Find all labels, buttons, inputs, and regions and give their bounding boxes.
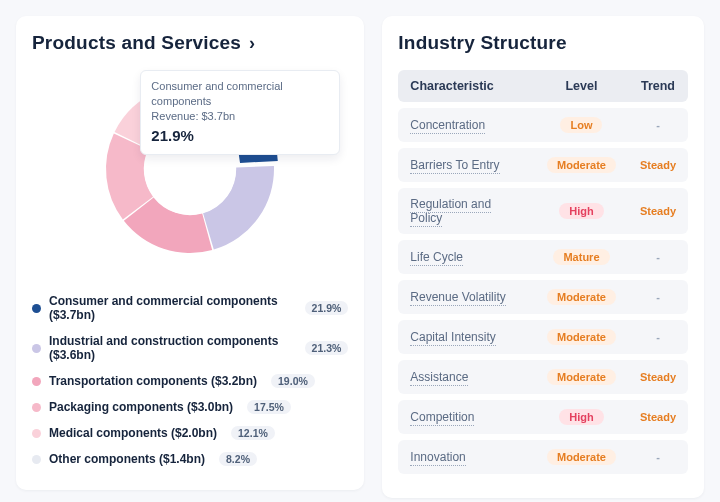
legend-swatch [32,377,41,386]
level-badge: Moderate [547,289,616,305]
industry-structure-card: Industry Structure Characteristic Level … [382,16,704,498]
table-row: ConcentrationLow- [398,108,688,142]
trend-value: - [656,119,660,131]
characteristic-link[interactable]: Assistance [410,370,468,386]
legend-swatch [32,304,41,313]
tooltip-line1: Consumer and commercial components [151,79,329,109]
donut-chart-area: Consumer and commercial components Reven… [32,64,348,274]
characteristic-link[interactable]: Life Cycle [410,250,463,266]
table-row: Regulation and PolicyHighSteady [398,188,688,234]
col-level: Level [535,70,628,102]
legend-label: Medical components ($2.0bn) [49,426,217,440]
industry-structure-title: Industry Structure [398,32,688,54]
trend-value: - [656,251,660,263]
legend-percent-pill: 17.5% [247,400,291,414]
table-row: Barriers To EntryModerateSteady [398,148,688,182]
level-badge: Moderate [547,157,616,173]
tooltip-percent: 21.9% [151,126,329,146]
characteristic-link[interactable]: Concentration [410,118,485,134]
legend-label: Transportation components ($3.2bn) [49,374,257,388]
legend-label: Other components ($1.4bn) [49,452,205,466]
legend-item[interactable]: Consumer and commercial components ($3.7… [32,288,348,328]
dashboard-grid: Products and Services › Consumer and com… [16,16,704,498]
characteristic-link[interactable]: Regulation and Policy [410,197,491,227]
legend-percent-pill: 21.9% [305,301,349,315]
col-characteristic: Characteristic [398,70,535,102]
table-row: AssistanceModerateSteady [398,360,688,394]
level-badge: Moderate [547,449,616,465]
legend-label: Packaging components ($3.0bn) [49,400,233,414]
legend-swatch [32,429,41,438]
products-services-heading[interactable]: Products and Services › [32,32,348,54]
tooltip-line2: Revenue: $3.7bn [151,109,329,124]
legend-label: Consumer and commercial components ($3.7… [49,294,291,322]
legend-swatch [32,403,41,412]
table-row: Capital IntensityModerate- [398,320,688,354]
legend-item[interactable]: Industrial and construction components (… [32,328,348,368]
trend-value: Steady [640,205,676,217]
trend-value: Steady [640,411,676,423]
table-header-row: Characteristic Level Trend [398,70,688,102]
legend-item[interactable]: Transportation components ($3.2bn)19.0% [32,368,348,394]
legend-percent-pill: 21.3% [305,341,349,355]
legend-percent-pill: 19.0% [271,374,315,388]
level-badge: Moderate [547,369,616,385]
level-badge: Moderate [547,329,616,345]
characteristic-link[interactable]: Competition [410,410,474,426]
characteristic-link[interactable]: Capital Intensity [410,330,495,346]
characteristic-link[interactable]: Revenue Volatility [410,290,505,306]
table-row: InnovationModerate- [398,440,688,474]
trend-value: - [656,451,660,463]
legend-item[interactable]: Packaging components ($3.0bn)17.5% [32,394,348,420]
level-badge: High [559,409,603,425]
products-services-title: Products and Services [32,32,241,54]
trend-value: - [656,331,660,343]
legend-percent-pill: 12.1% [231,426,275,440]
level-badge: Low [560,117,602,133]
legend-item[interactable]: Medical components ($2.0bn)12.1% [32,420,348,446]
legend-label: Industrial and construction components (… [49,334,291,362]
industry-structure-table: Characteristic Level Trend Concentration… [398,64,688,480]
trend-value: Steady [640,371,676,383]
donut-tooltip: Consumer and commercial components Reven… [140,70,340,155]
donut-legend: Consumer and commercial components ($3.7… [32,288,348,472]
products-services-card: Products and Services › Consumer and com… [16,16,364,490]
legend-percent-pill: 8.2% [219,452,257,466]
chevron-right-icon[interactable]: › [249,33,255,54]
level-badge: High [559,203,603,219]
legend-swatch [32,455,41,464]
legend-item[interactable]: Other components ($1.4bn)8.2% [32,446,348,472]
level-badge: Mature [553,249,609,265]
table-row: CompetitionHighSteady [398,400,688,434]
trend-value: Steady [640,159,676,171]
characteristic-link[interactable]: Innovation [410,450,465,466]
col-trend: Trend [628,70,688,102]
table-row: Life CycleMature- [398,240,688,274]
characteristic-link[interactable]: Barriers To Entry [410,158,499,174]
legend-swatch [32,344,41,353]
table-row: Revenue VolatilityModerate- [398,280,688,314]
trend-value: - [656,291,660,303]
